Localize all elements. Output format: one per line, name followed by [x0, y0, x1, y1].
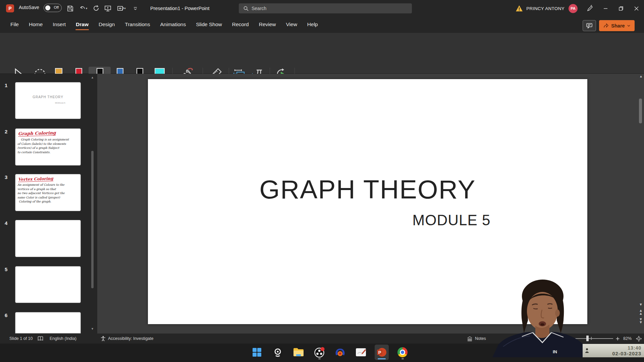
slide-number: 2	[5, 129, 7, 134]
start-slideshow-button[interactable]	[102, 3, 113, 14]
fit-slide-to-window-button[interactable]	[636, 334, 642, 344]
slide-number: 3	[5, 174, 7, 180]
tab-review[interactable]: Review	[254, 18, 281, 32]
previous-slide-button[interactable]: ▲▲	[639, 309, 643, 315]
avatar[interactable]: PA	[569, 4, 578, 13]
thumb2-title: Graph Coloring	[18, 130, 56, 137]
thumbnail-scrollbar[interactable]	[91, 151, 94, 288]
thumbnail-slide-3[interactable]: Vertex Coloring An assignment of Colours…	[15, 174, 81, 211]
thumb3-line: An assignment of Colours to the	[17, 183, 65, 187]
tab-animations[interactable]: Animations	[155, 18, 191, 32]
thumbnail-slide-4[interactable]	[15, 220, 81, 257]
slide-thumbnail-panel: 1 GRAPH THEORY MODULE 5 2 Graph Coloring…	[0, 74, 97, 334]
user-name[interactable]: PRINCY ANTONY	[526, 6, 565, 11]
thumb2-line: Graph Coloring is an assignment	[17, 137, 69, 142]
obs-studio-icon[interactable]	[312, 345, 326, 360]
svg-text:P: P	[378, 350, 381, 355]
tab-draw[interactable]: Draw	[71, 18, 94, 32]
next-slide-button[interactable]: ▼▼	[639, 318, 643, 324]
camera-app-icon[interactable]	[271, 345, 285, 360]
slide-number: 4	[5, 220, 7, 226]
thumbnail-slide-1[interactable]: GRAPH THEORY MODULE 5	[15, 82, 81, 119]
zoom-in-button[interactable]	[616, 334, 620, 344]
tab-slideshow[interactable]: Slide Show	[191, 18, 227, 32]
warning-icon[interactable]	[516, 5, 523, 12]
zoom-level[interactable]: 82%	[623, 334, 632, 344]
chrome-icon[interactable]	[395, 345, 410, 360]
tab-home[interactable]: Home	[24, 18, 48, 32]
thumb2-line: of Colors (labels) to the elements	[17, 142, 69, 146]
slide-editing-surface[interactable]: GRAPH THEORY MODULE 5	[148, 79, 587, 324]
ribbon-tab-bar: File Home Insert Draw Design Transitions…	[0, 17, 644, 33]
inking-mode-button[interactable]	[582, 0, 598, 17]
thumb1-subtitle: MODULE 5	[55, 102, 65, 104]
obs-running-indicator	[318, 358, 321, 359]
keyboard-language-indicator[interactable]: IN	[553, 349, 557, 354]
undo-dropdown-icon[interactable]: ▾	[86, 7, 88, 10]
tab-file[interactable]: File	[5, 18, 24, 32]
canvas-scroll-up-icon[interactable]: ▲	[639, 74, 643, 78]
thumbnail-slide-6[interactable]	[15, 312, 81, 334]
notes-button[interactable]: Notes	[467, 334, 486, 344]
ribbon-draw: ▾	[0, 33, 644, 74]
tab-help[interactable]: Help	[302, 18, 323, 32]
chrome-running-indicator	[401, 358, 404, 359]
timestamp-date: 02-03-2023	[591, 351, 641, 356]
tab-design[interactable]: Design	[94, 18, 120, 32]
windows-taskbar: P	[0, 344, 644, 362]
whiteboard-app-icon[interactable]	[354, 345, 368, 360]
tab-view[interactable]: View	[281, 18, 302, 32]
thumbnail-scroll-down-icon[interactable]: ▼	[91, 327, 94, 330]
new-slide-dropdown-icon[interactable]: ▾	[124, 7, 126, 10]
accessibility-status[interactable]: Accessibility: Investigate	[101, 334, 153, 344]
thumb2-line: to certain Constraints.	[17, 150, 69, 155]
powerpoint-taskbar-icon[interactable]: P	[375, 345, 389, 360]
file-explorer-icon[interactable]	[291, 345, 306, 360]
autosave-toggle[interactable]: Off	[44, 4, 62, 12]
accessibility-icon	[101, 336, 106, 341]
thumbnail-scroll-up-icon[interactable]: ▲	[91, 76, 94, 79]
redo-button[interactable]	[91, 3, 102, 14]
start-button[interactable]	[250, 345, 264, 360]
powerpoint-window: P AutoSave Off ▾ ▾	[0, 0, 644, 362]
undo-button[interactable]: ▾	[76, 3, 91, 14]
save-button[interactable]	[64, 3, 76, 14]
tab-insert[interactable]: Insert	[48, 18, 71, 32]
thumb2-line: (vertices) of a graph Subject	[17, 146, 69, 150]
slide-number: 5	[5, 266, 7, 272]
search-box[interactable]	[239, 3, 412, 13]
powerpoint-running-indicator	[378, 358, 386, 359]
canvas-scrollbar[interactable]	[639, 99, 642, 123]
media-app-icon[interactable]	[333, 345, 347, 360]
tab-record[interactable]: Record	[227, 18, 254, 32]
slide-subtitle[interactable]: MODULE 5	[394, 212, 508, 229]
search-icon	[244, 6, 249, 11]
language-indicator[interactable]: English (India)	[50, 334, 76, 344]
maximize-button[interactable]	[613, 0, 629, 17]
slide-title[interactable]: GRAPH THEORY	[148, 174, 587, 205]
thumb3-line: no two adjacent Vertices get the	[17, 191, 65, 195]
minimize-button[interactable]	[598, 0, 613, 17]
slide-indicator[interactable]: Slide 1 of 10	[9, 334, 33, 344]
canvas-scroll-down-icon[interactable]: ▼	[639, 302, 643, 306]
share-icon	[603, 23, 609, 28]
powerpoint-logo-icon[interactable]: P	[6, 4, 14, 12]
customize-qat-button[interactable]	[129, 3, 141, 14]
share-button[interactable]: Share	[599, 20, 635, 31]
comments-button[interactable]	[583, 20, 596, 31]
search-input[interactable]	[252, 6, 392, 11]
accessibility-label: Accessibility: Investigate	[108, 336, 153, 341]
zoom-slider-track[interactable]	[566, 338, 613, 339]
new-slide-button[interactable]: ▾	[113, 3, 129, 14]
slide-number: 6	[5, 312, 7, 318]
thumbnail-slide-2[interactable]: Graph Coloring Graph Coloring is an assi…	[15, 128, 81, 166]
spellcheck-book-icon[interactable]	[38, 334, 43, 344]
thumbnail-slide-5[interactable]	[15, 266, 81, 303]
timestamp-time: 13:40	[591, 345, 641, 351]
title-bar: P AutoSave Off ▾ ▾	[0, 0, 644, 17]
autosave-label: AutoSave	[19, 5, 39, 10]
tab-transitions[interactable]: Transitions	[120, 18, 155, 32]
zoom-slider-handle[interactable]	[586, 336, 589, 341]
notes-icon	[467, 336, 473, 341]
close-button[interactable]	[629, 0, 644, 17]
